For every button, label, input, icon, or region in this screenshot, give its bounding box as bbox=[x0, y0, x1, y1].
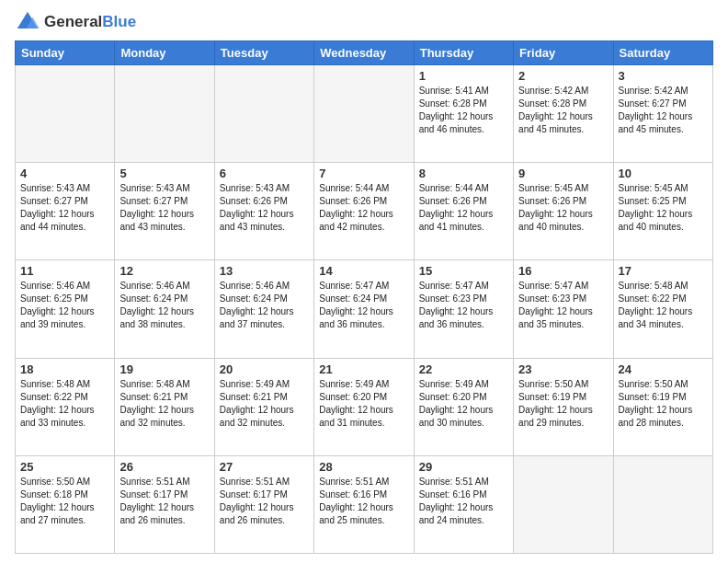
day-header-monday: Monday bbox=[115, 41, 214, 65]
calendar-table: SundayMondayTuesdayWednesdayThursdayFrid… bbox=[15, 40, 713, 554]
calendar-cell: 29Sunrise: 5:51 AM Sunset: 6:16 PM Dayli… bbox=[414, 455, 513, 553]
day-info: Sunrise: 5:51 AM Sunset: 6:17 PM Dayligh… bbox=[220, 476, 309, 527]
page: GeneralBlue SundayMondayTuesdayWednesday… bbox=[0, 0, 728, 563]
calendar-cell: 4Sunrise: 5:43 AM Sunset: 6:27 PM Daylig… bbox=[16, 163, 115, 260]
calendar-header-row: SundayMondayTuesdayWednesdayThursdayFrid… bbox=[16, 41, 713, 65]
day-info: Sunrise: 5:43 AM Sunset: 6:27 PM Dayligh… bbox=[119, 182, 209, 234]
day-info: Sunrise: 5:46 AM Sunset: 6:24 PM Dayligh… bbox=[119, 280, 209, 331]
calendar-cell: 5Sunrise: 5:43 AM Sunset: 6:27 PM Daylig… bbox=[115, 163, 214, 260]
day-info: Sunrise: 5:50 AM Sunset: 6:19 PM Dayligh… bbox=[518, 378, 608, 430]
day-info: Sunrise: 5:49 AM Sunset: 6:20 PM Dayligh… bbox=[419, 378, 508, 430]
calendar-cell bbox=[613, 455, 712, 553]
day-header-sunday: Sunday bbox=[16, 41, 115, 65]
day-header-wednesday: Wednesday bbox=[314, 41, 414, 65]
calendar-cell bbox=[214, 65, 313, 163]
day-info: Sunrise: 5:50 AM Sunset: 6:18 PM Dayligh… bbox=[20, 476, 109, 527]
calendar-cell: 14Sunrise: 5:47 AM Sunset: 6:24 PM Dayli… bbox=[314, 260, 414, 358]
day-info: Sunrise: 5:51 AM Sunset: 6:16 PM Dayligh… bbox=[319, 476, 408, 527]
calendar-cell: 18Sunrise: 5:48 AM Sunset: 6:22 PM Dayli… bbox=[16, 358, 115, 455]
week-row-2: 4Sunrise: 5:43 AM Sunset: 6:27 PM Daylig… bbox=[16, 163, 713, 260]
day-info: Sunrise: 5:44 AM Sunset: 6:26 PM Dayligh… bbox=[319, 182, 408, 234]
day-info: Sunrise: 5:46 AM Sunset: 6:24 PM Dayligh… bbox=[220, 280, 309, 331]
calendar-cell bbox=[16, 65, 115, 163]
day-info: Sunrise: 5:48 AM Sunset: 6:22 PM Dayligh… bbox=[619, 280, 708, 331]
day-number: 14 bbox=[319, 264, 408, 278]
day-number: 7 bbox=[319, 167, 408, 180]
day-number: 3 bbox=[619, 69, 708, 83]
day-number: 11 bbox=[20, 264, 109, 278]
day-info: Sunrise: 5:43 AM Sunset: 6:27 PM Dayligh… bbox=[20, 182, 109, 234]
header: GeneralBlue bbox=[15, 9, 713, 35]
day-number: 13 bbox=[220, 264, 309, 278]
day-info: Sunrise: 5:44 AM Sunset: 6:26 PM Dayligh… bbox=[419, 182, 508, 234]
day-number: 1 bbox=[419, 69, 508, 83]
calendar-cell: 17Sunrise: 5:48 AM Sunset: 6:22 PM Dayli… bbox=[613, 260, 712, 358]
calendar-cell bbox=[115, 65, 214, 163]
logo-icon bbox=[15, 9, 40, 35]
day-header-tuesday: Tuesday bbox=[214, 41, 313, 65]
day-info: Sunrise: 5:46 AM Sunset: 6:25 PM Dayligh… bbox=[20, 280, 109, 331]
calendar-cell: 2Sunrise: 5:42 AM Sunset: 6:28 PM Daylig… bbox=[514, 65, 613, 163]
day-info: Sunrise: 5:41 AM Sunset: 6:28 PM Dayligh… bbox=[419, 85, 508, 136]
calendar-cell: 3Sunrise: 5:42 AM Sunset: 6:27 PM Daylig… bbox=[613, 65, 712, 163]
day-header-thursday: Thursday bbox=[414, 41, 513, 65]
day-info: Sunrise: 5:47 AM Sunset: 6:23 PM Dayligh… bbox=[518, 280, 608, 331]
day-number: 26 bbox=[119, 460, 209, 474]
calendar-cell: 7Sunrise: 5:44 AM Sunset: 6:26 PM Daylig… bbox=[314, 163, 414, 260]
day-number: 15 bbox=[419, 264, 508, 278]
day-header-saturday: Saturday bbox=[613, 41, 712, 65]
calendar-cell: 20Sunrise: 5:49 AM Sunset: 6:21 PM Dayli… bbox=[214, 358, 313, 455]
day-info: Sunrise: 5:43 AM Sunset: 6:26 PM Dayligh… bbox=[220, 182, 309, 234]
day-number: 23 bbox=[518, 362, 608, 376]
day-number: 17 bbox=[619, 264, 708, 278]
calendar-cell: 28Sunrise: 5:51 AM Sunset: 6:16 PM Dayli… bbox=[314, 455, 414, 553]
day-number: 25 bbox=[20, 460, 109, 474]
day-info: Sunrise: 5:42 AM Sunset: 6:27 PM Dayligh… bbox=[619, 85, 708, 136]
week-row-5: 25Sunrise: 5:50 AM Sunset: 6:18 PM Dayli… bbox=[16, 455, 713, 553]
day-info: Sunrise: 5:48 AM Sunset: 6:22 PM Dayligh… bbox=[20, 378, 109, 430]
logo: GeneralBlue bbox=[15, 9, 136, 35]
calendar-cell: 19Sunrise: 5:48 AM Sunset: 6:21 PM Dayli… bbox=[115, 358, 214, 455]
day-number: 12 bbox=[119, 264, 209, 278]
day-number: 28 bbox=[319, 460, 408, 474]
day-number: 2 bbox=[518, 69, 608, 83]
day-info: Sunrise: 5:47 AM Sunset: 6:24 PM Dayligh… bbox=[319, 280, 408, 331]
calendar-cell: 22Sunrise: 5:49 AM Sunset: 6:20 PM Dayli… bbox=[414, 358, 513, 455]
calendar-cell: 24Sunrise: 5:50 AM Sunset: 6:19 PM Dayli… bbox=[613, 358, 712, 455]
calendar-cell: 27Sunrise: 5:51 AM Sunset: 6:17 PM Dayli… bbox=[214, 455, 313, 553]
calendar-cell bbox=[314, 65, 414, 163]
day-info: Sunrise: 5:45 AM Sunset: 6:25 PM Dayligh… bbox=[619, 182, 708, 234]
calendar-cell: 6Sunrise: 5:43 AM Sunset: 6:26 PM Daylig… bbox=[214, 163, 313, 260]
calendar-cell: 21Sunrise: 5:49 AM Sunset: 6:20 PM Dayli… bbox=[314, 358, 414, 455]
calendar-cell: 26Sunrise: 5:51 AM Sunset: 6:17 PM Dayli… bbox=[115, 455, 214, 553]
day-number: 16 bbox=[518, 264, 608, 278]
day-number: 24 bbox=[619, 362, 708, 376]
week-row-3: 11Sunrise: 5:46 AM Sunset: 6:25 PM Dayli… bbox=[16, 260, 713, 358]
day-info: Sunrise: 5:51 AM Sunset: 6:17 PM Dayligh… bbox=[119, 476, 209, 527]
day-number: 9 bbox=[518, 167, 608, 180]
calendar-cell: 13Sunrise: 5:46 AM Sunset: 6:24 PM Dayli… bbox=[214, 260, 313, 358]
calendar-cell: 10Sunrise: 5:45 AM Sunset: 6:25 PM Dayli… bbox=[613, 163, 712, 260]
calendar-cell: 15Sunrise: 5:47 AM Sunset: 6:23 PM Dayli… bbox=[414, 260, 513, 358]
day-info: Sunrise: 5:49 AM Sunset: 6:21 PM Dayligh… bbox=[220, 378, 309, 430]
calendar-cell: 1Sunrise: 5:41 AM Sunset: 6:28 PM Daylig… bbox=[414, 65, 513, 163]
calendar-cell: 11Sunrise: 5:46 AM Sunset: 6:25 PM Dayli… bbox=[16, 260, 115, 358]
day-info: Sunrise: 5:51 AM Sunset: 6:16 PM Dayligh… bbox=[419, 476, 508, 527]
week-row-4: 18Sunrise: 5:48 AM Sunset: 6:22 PM Dayli… bbox=[16, 358, 713, 455]
week-row-1: 1Sunrise: 5:41 AM Sunset: 6:28 PM Daylig… bbox=[16, 65, 713, 163]
day-number: 20 bbox=[220, 362, 309, 376]
day-number: 10 bbox=[619, 167, 708, 180]
day-number: 4 bbox=[20, 167, 109, 180]
calendar-cell: 9Sunrise: 5:45 AM Sunset: 6:26 PM Daylig… bbox=[514, 163, 613, 260]
calendar-cell: 25Sunrise: 5:50 AM Sunset: 6:18 PM Dayli… bbox=[16, 455, 115, 553]
calendar-cell: 23Sunrise: 5:50 AM Sunset: 6:19 PM Dayli… bbox=[514, 358, 613, 455]
day-info: Sunrise: 5:48 AM Sunset: 6:21 PM Dayligh… bbox=[119, 378, 209, 430]
day-info: Sunrise: 5:50 AM Sunset: 6:19 PM Dayligh… bbox=[619, 378, 708, 430]
day-info: Sunrise: 5:49 AM Sunset: 6:20 PM Dayligh… bbox=[319, 378, 408, 430]
day-info: Sunrise: 5:47 AM Sunset: 6:23 PM Dayligh… bbox=[419, 280, 508, 331]
day-number: 21 bbox=[319, 362, 408, 376]
calendar-cell bbox=[514, 455, 613, 553]
day-number: 29 bbox=[419, 460, 508, 474]
day-number: 8 bbox=[419, 167, 508, 180]
calendar-cell: 12Sunrise: 5:46 AM Sunset: 6:24 PM Dayli… bbox=[115, 260, 214, 358]
